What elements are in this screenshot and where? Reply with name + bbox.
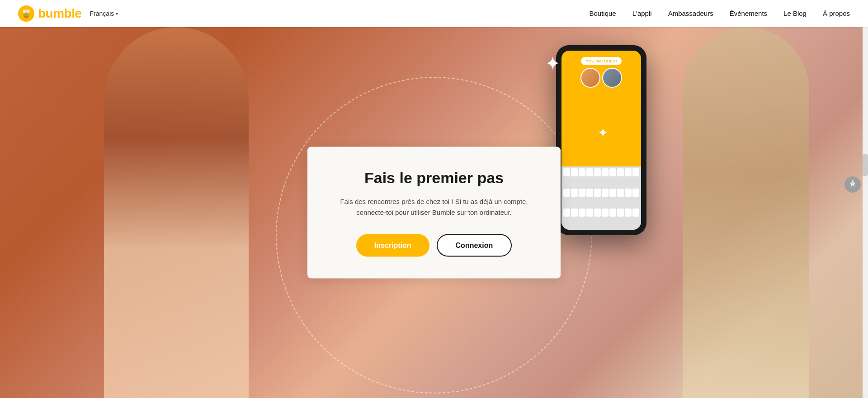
hero-person-right <box>683 27 809 398</box>
bumble-bee-icon <box>18 5 34 22</box>
nav-item-boutique[interactable]: Boutique <box>590 9 616 18</box>
key <box>602 189 609 197</box>
inscription-button[interactable]: Inscription <box>356 234 429 256</box>
key <box>586 168 593 176</box>
cta-subtitle: Fais des rencontres près de chez toi ! S… <box>335 196 533 218</box>
connexion-button[interactable]: Connexion <box>437 234 512 256</box>
phone-screen-top: YOU MATCHED! <box>561 51 641 93</box>
key <box>571 208 578 217</box>
key <box>609 208 616 217</box>
scrollbar-thumb[interactable] <box>863 154 868 176</box>
key <box>563 168 570 176</box>
svg-point-4 <box>26 9 30 13</box>
key <box>617 189 624 197</box>
key <box>563 208 570 217</box>
language-selector[interactable]: Français ▾ <box>90 10 118 17</box>
nav-link-lappli[interactable]: L'appli <box>632 9 652 17</box>
hero-section: YOU MATCHED! <box>0 27 868 398</box>
logo-link[interactable]: bumble <box>18 5 82 22</box>
accessibility-button[interactable] <box>844 176 861 193</box>
key <box>617 168 624 176</box>
phone-mockup: YOU MATCHED! <box>556 45 646 235</box>
nav-link-apropos[interactable]: À propos <box>823 9 850 17</box>
hero-person-left <box>104 27 249 398</box>
key <box>632 189 639 197</box>
key <box>586 208 593 217</box>
nav-link-leblog[interactable]: Le Blog <box>783 9 807 17</box>
sparkle-icon-1: ✦ <box>545 54 561 73</box>
nav-item-leblog[interactable]: Le Blog <box>783 9 807 18</box>
nav-item-ambassadeurs[interactable]: Ambassadeurs <box>668 9 713 18</box>
key <box>625 189 632 197</box>
svg-point-3 <box>23 9 26 13</box>
nav-item-evenements[interactable]: Événements <box>730 9 767 18</box>
key <box>579 208 585 217</box>
key <box>563 189 570 197</box>
key <box>632 168 639 176</box>
key <box>609 189 616 197</box>
phone-screen: YOU MATCHED! <box>561 51 641 230</box>
cta-title: Fais le premier pas <box>335 169 533 187</box>
navbar: bumble Français ▾ Boutique L'appli Ambas… <box>0 0 868 27</box>
key <box>571 168 578 176</box>
nav-item-lappli[interactable]: L'appli <box>632 9 652 18</box>
key <box>594 168 601 176</box>
nav-link-evenements[interactable]: Événements <box>730 9 767 17</box>
accessibility-icon <box>848 180 858 190</box>
cta-card: Fais le premier pas Fais des rencontres … <box>307 147 561 279</box>
language-label: Français <box>90 10 114 17</box>
key <box>602 168 609 176</box>
you-matched-label: YOU MATCHED! <box>581 57 621 65</box>
svg-point-5 <box>24 13 28 18</box>
scrollbar-track <box>863 0 868 398</box>
nav-link-boutique[interactable]: Boutique <box>590 9 616 17</box>
key <box>579 168 585 176</box>
key <box>594 208 601 217</box>
key <box>594 189 601 197</box>
svg-point-6 <box>852 180 854 182</box>
main-nav: Boutique L'appli Ambassadeurs Événements… <box>590 9 850 18</box>
key <box>602 208 609 217</box>
key <box>617 208 624 217</box>
nav-item-apropos[interactable]: À propos <box>823 9 850 18</box>
key <box>579 189 585 197</box>
key <box>571 189 578 197</box>
cta-buttons: Inscription Connexion <box>335 234 533 256</box>
match-photo-1 <box>580 68 600 88</box>
phone-body: YOU MATCHED! <box>556 45 646 235</box>
match-photos <box>566 68 637 88</box>
nav-link-ambassadeurs[interactable]: Ambassadeurs <box>668 9 713 17</box>
key <box>625 208 632 217</box>
sparkle-icon-2: ✦ <box>598 127 608 139</box>
key <box>609 168 616 176</box>
phone-keyboard <box>561 166 641 230</box>
key <box>625 168 632 176</box>
key <box>586 189 593 197</box>
chevron-down-icon: ▾ <box>116 11 118 16</box>
brand-name: bumble <box>38 6 82 21</box>
key <box>632 208 639 217</box>
match-photo-2 <box>602 68 622 88</box>
